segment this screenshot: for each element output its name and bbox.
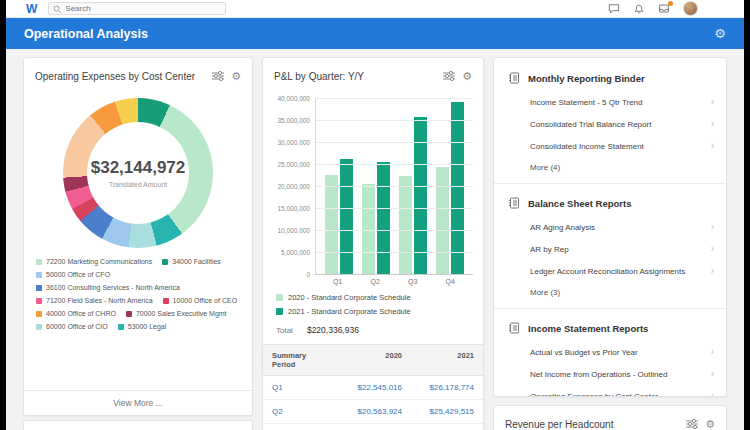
- y-tick-label: 5,000,000: [281, 249, 310, 256]
- table-cell-value[interactable]: $26,178,774: [411, 376, 483, 400]
- report-link-label: Actual vs Budget vs Prior Year: [530, 348, 638, 357]
- legend-item: 60000 Office of CIO: [36, 323, 108, 330]
- legend-swatch: [36, 324, 42, 330]
- more-link[interactable]: More (4): [494, 157, 726, 180]
- binder-icon: [508, 72, 520, 84]
- legend-label: 72200 Marketing Communications: [46, 258, 152, 265]
- global-search[interactable]: [48, 2, 226, 15]
- table-row-link[interactable]: Q1: [263, 376, 339, 400]
- inbox-icon[interactable]: [658, 3, 670, 14]
- more-link[interactable]: More (3): [494, 282, 726, 305]
- filter-sliders-icon[interactable]: [443, 67, 455, 85]
- legend-swatch: [36, 285, 42, 291]
- report-link[interactable]: AR by Rep›: [494, 238, 726, 260]
- filter-sliders-icon[interactable]: [686, 415, 698, 430]
- card-header: Revenue per Headcount ⚙: [494, 406, 726, 430]
- table-row-link[interactable]: Q3: [263, 424, 339, 430]
- chat-icon[interactable]: [608, 3, 620, 14]
- chevron-right-icon: ›: [711, 391, 714, 397]
- chevron-right-icon: ›: [711, 266, 714, 276]
- legend-item: 34000 Facilities: [162, 258, 221, 265]
- table-header-cell: Summary Period: [263, 345, 339, 376]
- bell-icon[interactable]: [633, 3, 645, 15]
- chart-bar[interactable]: [362, 184, 375, 274]
- gridline: [316, 252, 473, 253]
- card-header: P&L by Quarter: Y/Y ⚙: [263, 58, 483, 90]
- report-link[interactable]: Actual vs Budget vs Prior Year›: [494, 341, 726, 363]
- chevron-right-icon: ›: [711, 347, 714, 357]
- card-title: Operating Expenses by Cost Center: [35, 71, 205, 82]
- page-header: Operational Analysis ⚙: [6, 18, 744, 49]
- table-cell-value[interactable]: $22,189,914: [339, 424, 411, 430]
- report-link[interactable]: Ledger Account Reconciliation Assignment…: [494, 260, 726, 282]
- report-link[interactable]: Operating Expenses by Cost Center›: [494, 385, 726, 397]
- report-group-header: Income Statement Reports: [494, 312, 726, 341]
- report-link[interactable]: Income Statement - 5 Qtr Trend›: [494, 91, 726, 113]
- topbar-icons: [608, 1, 744, 16]
- header-settings-gear-icon[interactable]: ⚙: [714, 27, 726, 40]
- total-value: $220,336,936: [307, 325, 359, 335]
- report-link-label: Consolidated Trial Balance Report: [530, 120, 651, 129]
- report-group: Balance Sheet ReportsAR Aging Analysis›A…: [494, 183, 726, 305]
- table-header-cell: 2021: [411, 345, 483, 376]
- workday-logo[interactable]: W: [26, 3, 37, 15]
- chart-bar[interactable]: [325, 175, 338, 274]
- x-tick-label: Q4: [446, 278, 455, 285]
- chart-bar[interactable]: [377, 162, 390, 274]
- card-settings-gear-icon[interactable]: ⚙: [231, 71, 241, 82]
- legend-item: 50000 Office of CFO: [36, 271, 110, 278]
- donut-center-label: Translated Amount: [109, 181, 168, 188]
- gridline: [316, 208, 473, 209]
- chart-bar[interactable]: [436, 167, 449, 274]
- app-window: W Operational Analysis ⚙: [6, 0, 744, 430]
- gridline: [316, 164, 473, 165]
- chevron-right-icon: ›: [711, 97, 714, 107]
- avatar[interactable]: [683, 1, 698, 16]
- legend-label: 40000 Office of CHRO: [46, 310, 116, 317]
- pl-card: P&L by Quarter: Y/Y ⚙ 40,000,00035,000,0…: [262, 57, 484, 430]
- legend-swatch: [276, 308, 283, 315]
- legend-item: 53000 Legal: [118, 323, 167, 330]
- donut-chart-area: $32,144,972 Translated Amount: [24, 90, 252, 252]
- table-cell-value[interactable]: $25,429,515: [411, 400, 483, 424]
- donut-center-value: $32,144,972: [91, 158, 186, 178]
- bar-chart: 40,000,00035,000,00030,000,00025,000,000…: [263, 90, 483, 275]
- y-tick-label: 0: [306, 271, 310, 278]
- legend-label: 10000 Office of CEO: [173, 297, 237, 304]
- chart-bar[interactable]: [340, 159, 353, 274]
- legend-swatch: [36, 259, 42, 265]
- view-more-link[interactable]: View More ...: [24, 390, 252, 415]
- legend-item: 10000 Office of CEO: [163, 297, 237, 304]
- legend-swatch: [118, 324, 124, 330]
- card-settings-gear-icon[interactable]: ⚙: [462, 71, 472, 82]
- reports-card: Monthly Reporting BinderIncome Statement…: [493, 57, 727, 397]
- report-link[interactable]: Net Income from Operations - Outlined›: [494, 363, 726, 385]
- x-tick-label: Q2: [371, 278, 380, 285]
- x-axis-labels: Q1Q2Q3Q4: [315, 275, 473, 287]
- gridline: [316, 230, 473, 231]
- report-link[interactable]: Consolidated Trial Balance Report›: [494, 113, 726, 135]
- legend-label: 60000 Office of CIO: [46, 323, 108, 330]
- legend-label: 2020 - Standard Corporate Schedule: [288, 293, 411, 302]
- report-group-title: Balance Sheet Reports: [528, 198, 631, 209]
- table-cell-value[interactable]: $22,545,016: [339, 376, 411, 400]
- chevron-right-icon: ›: [711, 119, 714, 129]
- table-cell-value[interactable]: $35,780,129: [411, 424, 483, 430]
- chart-bar[interactable]: [399, 176, 412, 274]
- table-row-link[interactable]: Q2: [263, 400, 339, 424]
- legend-label: 71200 Field Sales - North America: [46, 297, 153, 304]
- chevron-right-icon: ›: [711, 369, 714, 379]
- card-settings-gear-icon[interactable]: ⚙: [705, 419, 715, 430]
- legend-swatch: [36, 298, 42, 304]
- chart-bar[interactable]: [451, 102, 464, 274]
- legend-label: 34000 Facilities: [172, 258, 221, 265]
- filter-sliders-icon[interactable]: [212, 67, 224, 85]
- report-link[interactable]: Consolidated Income Statement›: [494, 135, 726, 157]
- donut-chart[interactable]: $32,144,972 Translated Amount: [63, 98, 213, 248]
- chart-bar[interactable]: [414, 117, 427, 274]
- report-link[interactable]: AR Aging Analysis›: [494, 216, 726, 238]
- binder-icon: [508, 322, 520, 334]
- gridline: [316, 120, 473, 121]
- table-cell-value[interactable]: $20,563,924: [339, 400, 411, 424]
- search-input[interactable]: [65, 4, 221, 13]
